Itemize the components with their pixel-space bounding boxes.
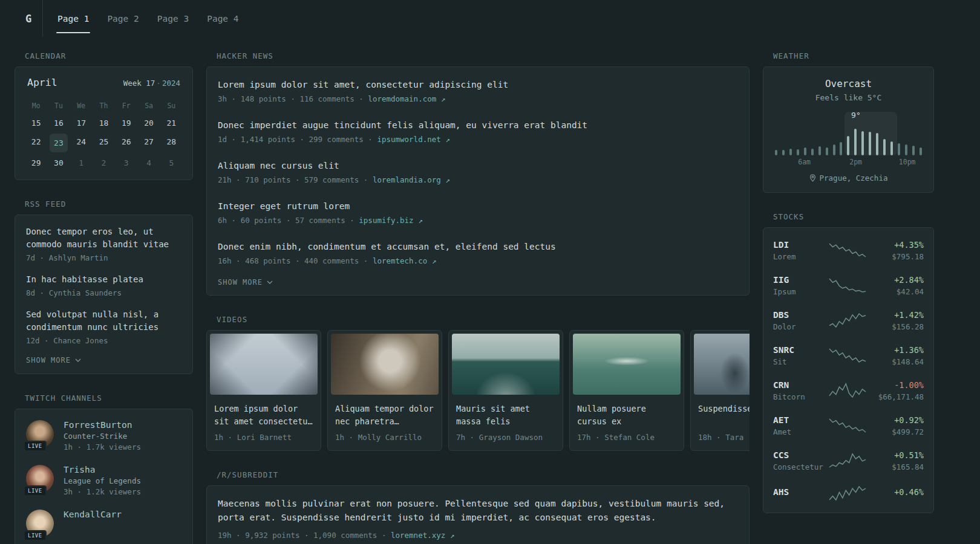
stock-row[interactable]: AET Amet +0.92% $499.72: [773, 408, 924, 443]
twitch-channel-row[interactable]: LIVE KendallCarr: [26, 510, 181, 537]
video-title[interactable]: Mauris sit amet massa felis: [449, 398, 563, 428]
video-card[interactable]: Lorem ipsum dolor sit amet consectetu… 1…: [206, 330, 321, 451]
weather-bar: [840, 142, 842, 155]
tab-page-2[interactable]: Page 2: [106, 0, 140, 37]
rss-widget: RSS FEED Donec tempor eros leo, ut commo…: [15, 199, 193, 374]
stock-row[interactable]: DBS Dolor +1.42% $156.28: [773, 303, 924, 338]
hn-item-title[interactable]: Donec enim nibh, condimentum et accumsan…: [218, 241, 738, 253]
video-thumbnail[interactable]: [694, 334, 750, 395]
video-thumbnail[interactable]: [210, 334, 318, 395]
weather-time-label: 6am: [798, 158, 811, 166]
hn-item-domain: loremlandia.org: [373, 175, 441, 184]
weather-bar: [811, 149, 814, 155]
stock-row[interactable]: CCS Consectetur +0.51% $165.84: [773, 443, 924, 478]
video-card[interactable]: Nullam posuere cursus ex 17h · Stefan Co…: [569, 330, 684, 451]
rss-item-title[interactable]: Sed volutpat nulla nisl, a condimentum n…: [26, 308, 181, 334]
rss-item[interactable]: Sed volutpat nulla nisl, a condimentum n…: [26, 308, 181, 345]
weather-bar: [775, 150, 777, 155]
hn-item-meta: 16h · 468 points · 440 comments · loremt…: [218, 256, 738, 265]
rss-item-title[interactable]: Donec tempor eros leo, ut commodo mauris…: [26, 225, 181, 251]
video-title[interactable]: Nullam posuere cursus ex: [570, 398, 684, 428]
calendar-day: 28: [160, 132, 183, 151]
twitch-channel-row[interactable]: LIVE ForrestBurton Counter-Strike 1h · 1…: [26, 420, 181, 452]
hn-item-title[interactable]: Donec imperdiet augue tincidunt felis al…: [218, 119, 738, 132]
video-thumbnail[interactable]: [573, 334, 681, 395]
weather-bar: [876, 133, 878, 155]
hn-item-domain-link[interactable]: ipsumworld.net ↗: [377, 135, 449, 144]
calendar-week-year: Week 17·2024: [123, 79, 180, 88]
video-card[interactable]: Aliquam tempor dolor nec pharetra… 1h · …: [327, 330, 442, 451]
top-nav: G Page 1 Page 2 Page 3 Page 4: [0, 0, 980, 37]
hn-show-more-button[interactable]: SHOW MORE: [218, 278, 273, 287]
hn-item-domain-link[interactable]: loremtech.co ↗: [373, 256, 436, 265]
subreddit-post[interactable]: Maecenas mollis pulvinar erat non posuer…: [218, 497, 738, 540]
rss-item-title[interactable]: In hac habitasse platea: [26, 273, 181, 286]
hn-item-domain: ipsumworld.net: [377, 135, 440, 144]
hn-item-title[interactable]: Aliquam nec cursus elit: [218, 160, 738, 172]
video-title[interactable]: Aliquam tempor dolor nec pharetra…: [328, 398, 442, 428]
stock-values: +0.46%: [868, 487, 924, 499]
twitch-channel-name[interactable]: ForrestBurton: [64, 420, 141, 430]
page-tabs: Page 1 Page 2 Page 3 Page 4: [56, 0, 240, 37]
hn-item-title[interactable]: Integer eget rutrum lorem: [218, 200, 738, 213]
video-title[interactable]: Suspendisse diam: [691, 398, 750, 428]
calendar-day: 15: [25, 114, 47, 132]
twitch-channel-name[interactable]: KendallCarr: [64, 510, 122, 519]
subreddit-post-text[interactable]: Maecenas mollis pulvinar erat non posuer…: [218, 497, 738, 525]
video-thumbnail[interactable]: [331, 334, 439, 395]
calendar-year: 2024: [162, 79, 180, 88]
video-thumbnail[interactable]: [452, 334, 560, 395]
stock-symbol: AHS: [773, 487, 826, 497]
stock-sparkline: [828, 485, 867, 501]
rss-card: Donec tempor eros leo, ut commodo mauris…: [15, 215, 193, 374]
hn-item[interactable]: Donec imperdiet augue tincidunt felis al…: [218, 111, 738, 152]
live-badge: LIVE: [24, 441, 47, 452]
stock-row[interactable]: AHS +0.46%: [773, 478, 924, 508]
stock-sparkline: [828, 348, 867, 363]
hn-item-meta-text: 1d · 1,414 points · 299 comments ·: [218, 135, 373, 144]
video-meta: 1h · Molly Carrillo: [328, 428, 442, 450]
calendar-grid: Mo Tu We Th Fr Sa Su 15 16 17 18 19 20 2…: [25, 98, 183, 172]
hn-item[interactable]: Lorem ipsum dolor sit amet, consectetur …: [218, 71, 738, 111]
stock-row[interactable]: SNRC Sit +1.36% $148.64: [773, 338, 924, 373]
rss-section-title: RSS FEED: [25, 199, 193, 209]
stock-name: Sit: [773, 357, 826, 366]
tab-page-1[interactable]: Page 1: [56, 0, 90, 37]
hn-item-title[interactable]: Lorem ipsum dolor sit amet, consectetur …: [218, 79, 738, 91]
calendar-month: April: [27, 77, 57, 88]
video-title[interactable]: Lorem ipsum dolor sit amet consectetu…: [207, 398, 321, 428]
hn-item[interactable]: Aliquam nec cursus elit 21h · 710 points…: [218, 152, 738, 192]
hn-item-domain-link[interactable]: ipsumify.biz ↗: [359, 216, 422, 225]
hn-item-domain-link[interactable]: loremlandia.org ↗: [373, 175, 450, 184]
video-card[interactable]: Mauris sit amet massa felis 7h · Grayson…: [448, 330, 563, 451]
hn-item-domain-link[interactable]: loremdomain.com ↗: [368, 94, 445, 103]
rss-item[interactable]: Donec tempor eros leo, ut commodo mauris…: [26, 225, 181, 262]
hn-item-meta-text: 16h · 468 points · 440 comments ·: [218, 256, 368, 265]
stock-change: +1.36%: [868, 345, 924, 355]
external-link-icon: ↗: [445, 135, 450, 144]
external-link-icon: ↗: [432, 256, 437, 265]
video-card[interactable]: Suspendisse diam 18h · Tara: [690, 330, 750, 451]
stock-row[interactable]: LDI Lorem +4.35% $795.18: [773, 233, 924, 268]
twitch-channel-row[interactable]: LIVE Trisha League of Legends 3h · 1.2k …: [26, 465, 181, 496]
twitch-channel-category[interactable]: League of Legends: [64, 476, 141, 485]
stock-row[interactable]: CRN Bitcorn -1.00% $66,171.48: [773, 373, 924, 408]
calendar-day-next-month: 5: [160, 154, 183, 172]
rss-show-more-button[interactable]: SHOW MORE: [26, 356, 81, 364]
weather-time-label: 10pm: [899, 158, 916, 166]
weather-bar: [861, 131, 864, 155]
weather-card: Overcast Feels like 5°C 9° 6am2pm10pm P: [763, 66, 934, 193]
tab-page-3[interactable]: Page 3: [156, 0, 190, 37]
stock-change: +0.51%: [868, 450, 924, 460]
rss-item[interactable]: In hac habitasse platea 8d · Cynthia Sau…: [26, 273, 181, 297]
app-logo[interactable]: G: [15, 0, 43, 37]
weather-bar: [890, 141, 893, 155]
stock-row[interactable]: IIG Ipsum +2.84% $42.04: [773, 268, 924, 303]
twitch-channel-name[interactable]: Trisha: [64, 465, 141, 474]
hn-item[interactable]: Integer eget rutrum lorem 6h · 60 points…: [218, 192, 738, 233]
subreddit-post-domain-link[interactable]: loremnet.xyz ↗: [391, 531, 454, 540]
twitch-channel-category[interactable]: Counter-Strike: [64, 432, 141, 441]
stock-values: +4.35% $795.18: [868, 240, 924, 261]
hn-item[interactable]: Donec enim nibh, condimentum et accumsan…: [218, 233, 738, 273]
tab-page-4[interactable]: Page 4: [206, 0, 240, 37]
